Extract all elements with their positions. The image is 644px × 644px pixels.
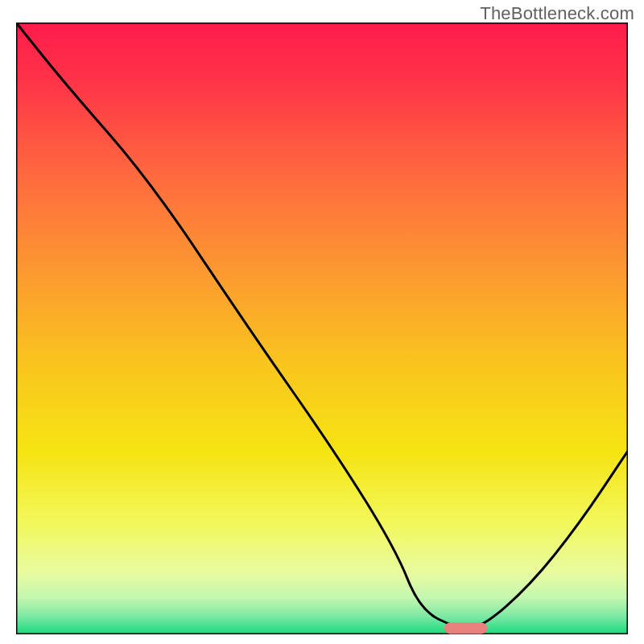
optimal-marker <box>444 622 487 634</box>
watermark-label: TheBottleneck.com <box>480 3 634 24</box>
gradient-background <box>16 23 628 634</box>
plot-area <box>16 23 628 634</box>
chart-container: TheBottleneck.com <box>0 0 644 644</box>
bottleneck-chart <box>16 23 628 634</box>
